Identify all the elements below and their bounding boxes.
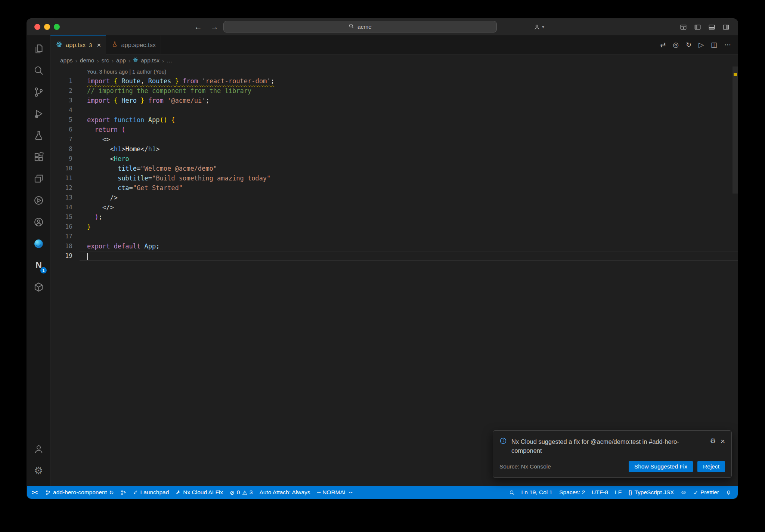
breadcrumb-item[interactable]: src [101,57,109,64]
code-line[interactable]: import { Hero } from '@acme/ui'; [80,96,738,105]
blame-toggle-icon[interactable]: ◎ [673,41,679,48]
chevron-right-icon: › [75,58,77,64]
toggle-panel-icon[interactable] [708,24,715,31]
activity-item-user-circle[interactable] [27,211,50,233]
activity-item-play-circle[interactable] [27,189,50,211]
maximize-window-button[interactable] [54,24,60,30]
toggle-secondary-sidebar-icon[interactable] [722,24,730,31]
tab-app-tsx[interactable]: app.tsx 3 × [50,35,106,55]
prettier-status[interactable]: ✓ Prettier [690,486,722,499]
code-line[interactable]: // importing the component from the libr… [80,86,738,96]
indentation-indicator[interactable]: Spaces: 2 [556,486,588,499]
show-suggested-fix-button[interactable]: Show Suggested Fix [629,461,693,472]
indentation-label: Spaces: 2 [559,489,585,496]
activity-item-run-debug[interactable] [27,103,50,124]
test-file-icon [112,41,118,49]
code-line[interactable]: <Hero [80,154,738,164]
tab-app-spec-tsx[interactable]: app.spec.tsx [106,35,161,54]
tab-label: app.spec.tsx [121,41,156,49]
split-editor-icon[interactable]: ◫ [711,41,717,48]
vim-mode-indicator[interactable]: -- NORMAL -- [314,486,356,499]
profile-menu-button[interactable]: ▾ [533,19,544,35]
code-line[interactable] [80,251,738,261]
code-editor[interactable]: 12345678910111213141516171819 You, 3 hou… [50,66,738,486]
more-actions-icon[interactable]: ⋯ [724,41,731,48]
search-icon [349,23,354,30]
line-number: 2 [50,86,80,96]
history-back-button[interactable]: ← [194,19,202,35]
beaker-icon [33,130,44,141]
notification-settings-icon[interactable]: ⚙ [710,437,716,445]
activity-item-edge[interactable] [27,233,50,254]
nx-badge: 1 [40,267,47,273]
line-number: 5 [50,115,80,125]
code-line[interactable]: /> [80,193,738,202]
code-line[interactable]: export default App; [80,241,738,251]
code-line[interactable] [80,232,738,241]
breadcrumb-item[interactable]: app.tsx [141,57,159,64]
code-line[interactable]: } [80,222,738,232]
language-mode-indicator[interactable]: {} TypeScript JSX [625,486,677,499]
close-tab-icon[interactable]: × [97,41,101,49]
code-line[interactable]: import { Route, Routes } from 'react-rou… [80,76,738,86]
scrollbar[interactable] [733,66,738,486]
auto-attach-indicator[interactable]: Auto Attach: Always [256,486,313,499]
codelens[interactable]: You, 3 hours ago | 1 author (You) [80,67,738,76]
command-center-search[interactable]: acme [223,21,497,33]
code-line[interactable]: title="Welcmoe @acme/demo" [80,164,738,173]
toggle-sidebar-icon[interactable] [694,24,701,31]
code-line[interactable]: <> [80,134,738,144]
git-branch-status[interactable]: add-hero-component ↻ [42,486,117,499]
cube-icon [33,282,44,293]
close-notification-icon[interactable]: × [721,437,725,445]
activity-item-testing[interactable] [27,124,50,146]
history-forward-button[interactable]: → [211,19,219,35]
customize-layout-icon[interactable] [680,24,687,31]
eol-indicator[interactable]: LF [611,486,625,499]
activity-item-windows[interactable] [27,168,50,189]
reject-button[interactable]: Reject [697,461,725,472]
commit-graph-button[interactable] [117,486,130,499]
code-line[interactable]: cta="Get Started" [80,183,738,193]
copilot-status[interactable] [677,486,690,499]
activity-item-nx-console[interactable]: N 1 [27,254,50,276]
code-area[interactable]: You, 3 hours ago | 1 author (You) import… [80,67,738,486]
braces-icon: {} [628,489,632,496]
error-icon: ⊘ [230,490,235,495]
problems-indicator[interactable]: ⊘ 0 ⚠ 3 [226,486,256,499]
breadcrumb-item[interactable]: … [167,57,173,64]
breadcrumb-item[interactable]: app [116,57,126,64]
encoding-indicator[interactable]: UTF-8 [588,486,611,499]
code-line[interactable]: <h1>Home</h1> [80,144,738,154]
breadcrumb-item[interactable]: demo [80,57,95,64]
code-line[interactable] [80,105,738,115]
layout-controls [680,19,730,35]
launchpad-button[interactable]: Launchpad [130,486,173,499]
code-line[interactable]: subtitle="Build something amazing today" [80,173,738,183]
open-changes-icon[interactable]: ⇄ [660,41,666,48]
activity-item-search[interactable] [27,59,50,81]
close-window-button[interactable] [34,24,40,30]
activity-item-accounts[interactable] [27,438,50,460]
notifications-bell[interactable] [722,486,735,499]
cursor-position-indicator[interactable]: Ln 19, Col 1 [518,486,556,499]
activity-item-extensions[interactable] [27,146,50,168]
activity-item-settings[interactable]: ⚙ [27,460,50,482]
code-line[interactable]: </> [80,202,738,212]
activity-item-source-control[interactable] [27,81,50,103]
account-icon [533,24,541,31]
nx-cloud-fix-button[interactable]: Nx Cloud AI Fix [172,486,226,499]
activity-item-package[interactable] [27,276,50,298]
code-lines: import { Route, Routes } from 'react-rou… [80,76,738,261]
activity-item-explorer[interactable] [27,38,50,59]
zoom-indicator[interactable] [506,486,518,499]
run-file-icon[interactable]: ▷ [699,41,704,48]
minimize-window-button[interactable] [44,24,50,30]
code-line[interactable]: export function App() { [80,115,738,125]
code-line[interactable]: return ( [80,125,738,134]
scrollbar-thumb[interactable] [733,66,738,194]
breadcrumb-item[interactable]: apps [60,57,73,64]
timeline-history-icon[interactable]: ↻ [686,41,691,48]
remote-indicator[interactable]: >< [27,486,42,499]
code-line[interactable]: ); [80,212,738,222]
